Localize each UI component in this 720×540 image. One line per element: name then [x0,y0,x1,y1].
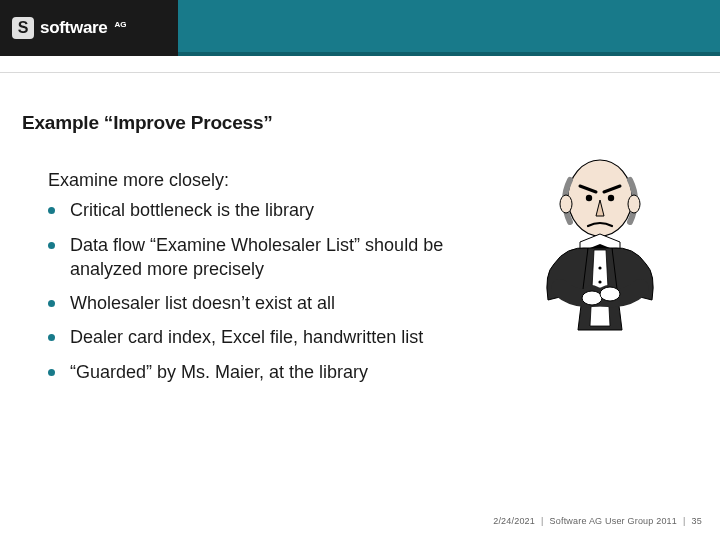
footer-sep: | [541,516,544,526]
svg-point-9 [600,287,620,301]
brand-logo: S software AG [0,0,178,56]
svg-point-8 [582,291,602,305]
list-item: Data flow “Examine Wholesaler List” shou… [70,233,484,282]
footer-sep: | [683,516,686,526]
butler-icon [530,150,670,340]
slide-title: Example “Improve Process” [22,112,273,134]
list-item: “Guarded” by Ms. Maier, at the library [70,360,484,384]
slide-footer: 2/24/2021 | Software AG User Group 2011 … [493,516,702,526]
footer-date: 2/24/2021 [493,516,535,526]
header-bar: S software AG [0,0,720,56]
svg-point-4 [628,195,640,213]
divider [0,72,720,73]
svg-point-2 [608,195,614,201]
slide: S software AG Example “Improve Process” … [0,0,720,540]
svg-point-0 [568,160,632,236]
lead-text: Examine more closely: [48,168,484,192]
slide-body: Examine more closely: Critical bottlenec… [48,168,484,394]
footer-page: 35 [692,516,702,526]
svg-point-6 [598,280,601,283]
brand-glyph-icon: S [12,17,34,39]
svg-point-1 [586,195,592,201]
brand-logo-mark: S software AG [12,17,127,39]
header-accent [178,0,720,56]
list-item: Wholesaler list doesn’t exist at all [70,291,484,315]
svg-point-3 [560,195,572,213]
list-item: Dealer card index, Excel file, handwritt… [70,325,484,349]
svg-point-5 [598,266,601,269]
brand-suffix: AG [115,20,127,29]
bullet-list: Critical bottleneck is the library Data … [48,198,484,384]
footer-event: Software AG User Group 2011 [550,516,677,526]
brand-name: software [40,18,108,38]
stern-butler-illustration [530,150,670,340]
list-item: Critical bottleneck is the library [70,198,484,222]
